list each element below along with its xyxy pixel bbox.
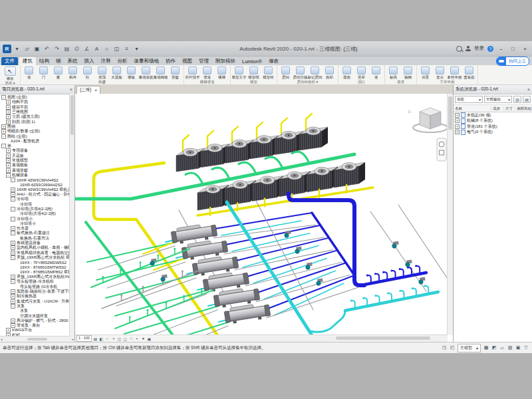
ribbon-button[interactable]: 墙: [22, 66, 36, 80]
ribbon-button[interactable]: 楼梯: [215, 66, 229, 80]
expand-icon[interactable]: +: [11, 289, 15, 294]
ribbon-button[interactable]: 房间分隔: [293, 66, 307, 80]
section-icon[interactable]: ◫: [112, 45, 121, 53]
expand-icon[interactable]: +: [6, 100, 11, 104]
expand-icon[interactable]: +: [6, 110, 11, 114]
customize-qat-icon[interactable]: ▾: [132, 45, 141, 53]
ribbon-button[interactable]: ↖修改: [1, 66, 19, 81]
ribbon-button[interactable]: 竖井: [354, 66, 368, 80]
collapse-icon[interactable]: −: [11, 207, 15, 211]
ribbon-button[interactable]: 门: [37, 66, 51, 80]
tree-item[interactable]: −水泵: [0, 304, 74, 309]
measure-icon[interactable]: ∅: [72, 45, 81, 53]
ribbon-button[interactable]: 标记房间: [308, 66, 322, 80]
sun-path-icon[interactable]: ☼: [104, 336, 110, 341]
collapse-icon[interactable]: −: [11, 197, 15, 201]
detail-level-icon[interactable]: ▤: [92, 336, 98, 341]
tree-item[interactable]: 冷却塔小: [0, 221, 74, 226]
tree-item[interactable]: +管道泵 - 单台: [0, 323, 74, 328]
system-browser-row[interactable]: +管道(181 个系统): [454, 124, 532, 130]
system-browser-close-icon[interactable]: ×: [527, 87, 530, 92]
expand-icon[interactable]: +: [455, 124, 460, 129]
expand-icon[interactable]: +: [6, 148, 11, 153]
expand-icon[interactable]: +: [6, 163, 11, 168]
collapse-icon[interactable]: −: [11, 255, 15, 260]
tree-item[interactable]: +天花板: [0, 154, 74, 158]
show-crop-icon[interactable]: ◻: [122, 336, 128, 341]
collapse-icon[interactable]: −: [6, 173, 11, 178]
ribbon-button[interactable]: 楼板: [124, 66, 138, 80]
ribbon-tab-12[interactable]: 附加模块: [212, 57, 239, 65]
expand-icon[interactable]: +: [11, 245, 15, 250]
canvas-vscrollbar[interactable]: [447, 94, 453, 335]
project-browser-vscrollbar[interactable]: [69, 94, 74, 336]
ribbon-button[interactable]: 构件: [66, 66, 80, 80]
ribbon-button[interactable]: 标高: [386, 66, 400, 80]
expand-icon[interactable]: +: [6, 105, 11, 110]
column-header-1[interactable]: 成员: [491, 106, 504, 111]
expand-icon[interactable]: +: [11, 241, 15, 245]
ribbon-tab-8[interactable]: 体量和场地: [131, 57, 163, 65]
navigation-bar[interactable]: [437, 138, 446, 161]
default-3d-view-icon[interactable]: ⌂: [102, 45, 111, 53]
collapse-icon[interactable]: −: [1, 134, 6, 139]
tree-item[interactable]: +集成式污水泵 - U10CM - 升串 - 传输量 - 100-175-CN: [0, 299, 74, 303]
tree-item[interactable]: 冷却塔(共塔4(2-2跨): [0, 211, 74, 216]
expand-icon[interactable]: +: [11, 294, 15, 299]
expand-icon[interactable]: +: [11, 319, 15, 323]
tree-item[interactable]: −族: [0, 144, 74, 148]
ribbon-button[interactable]: 竖梃: [168, 66, 182, 80]
ribbon-button[interactable]: 按面: [340, 66, 354, 80]
reveal-hidden-icon[interactable]: ●: [140, 336, 146, 341]
collapse-icon[interactable]: −: [11, 217, 15, 221]
system-browser-row[interactable]: +机械(8 个系统): [454, 118, 532, 124]
ribbon-tab-1[interactable]: 建筑: [19, 57, 36, 65]
3d-model-view[interactable]: ⌂: [75, 94, 448, 335]
tree-item[interactable]: +结构平面: [0, 100, 74, 104]
tree-item[interactable]: +专用设备: [0, 148, 74, 153]
tree-item[interactable]: −冷却塔小: [0, 216, 74, 221]
ribbon-button[interactable]: 房间: [279, 66, 293, 80]
select-links-icon[interactable]: ◩: [491, 344, 497, 351]
lock-view-icon[interactable]: ○: [128, 336, 134, 341]
search-icon[interactable]: [456, 46, 462, 52]
collapse-icon[interactable]: −: [11, 304, 15, 309]
ribbon-button[interactable]: 参照平面: [448, 66, 462, 80]
ribbon-tab-9[interactable]: 协作: [162, 57, 179, 65]
select-pinned-icon[interactable]: ▱: [499, 344, 505, 351]
visual-style-icon[interactable]: ◧: [98, 336, 104, 341]
signin-label[interactable]: 登录: [474, 45, 484, 52]
ribbon-tab-2[interactable]: 结构: [36, 57, 53, 65]
ribbon-button[interactable]: 柱: [80, 66, 94, 80]
app-menu-arrow-icon[interactable]: ▾: [13, 45, 21, 53]
restore-button[interactable]: □: [509, 45, 517, 53]
view-tab-close-icon[interactable]: ×: [94, 88, 97, 92]
tree-item[interactable]: 19XX - 7FY8552MDW5S2: [0, 260, 74, 265]
ribbon-button[interactable]: 模型文字: [232, 66, 246, 80]
ribbon-tab-14[interactable]: 修改: [265, 57, 282, 65]
ribbon-button[interactable]: 模型线: [247, 66, 261, 80]
tree-item[interactable]: +幕墙竖梃: [0, 168, 74, 172]
expand-icon[interactable]: +: [6, 154, 11, 158]
worksharing-icon[interactable]: ◳: [441, 344, 448, 351]
expand-icon[interactable]: +: [11, 188, 15, 192]
expand-icon[interactable]: +: [11, 192, 15, 197]
analytical-model-icon[interactable]: ▣: [146, 336, 152, 341]
select-by-face-icon[interactable]: ▨: [507, 344, 513, 351]
ribbon-button[interactable]: 窗: [51, 66, 65, 80]
text-icon[interactable]: A: [92, 45, 101, 53]
tree-item[interactable]: +KWGS平台: [0, 328, 74, 332]
autofit-columns-icon[interactable]: ▥: [513, 96, 521, 103]
collapse-icon[interactable]: −: [11, 178, 15, 182]
system-view-select[interactable]: 系统▾: [455, 96, 483, 103]
collapse-icon[interactable]: −: [1, 95, 6, 100]
aligned-dimension-icon[interactable]: ∠: [82, 45, 91, 53]
ribbon-button[interactable]: 天花板: [110, 66, 124, 80]
ribbon-button[interactable]: 面积: [323, 66, 336, 80]
ribbon-tab-4[interactable]: 系统: [65, 57, 81, 65]
expand-icon[interactable]: +: [6, 168, 11, 173]
collapse-icon[interactable]: −: [11, 231, 15, 235]
ribbon-button[interactable]: 幕墙网格: [154, 66, 168, 80]
filter-icon[interactable]: ▽: [523, 344, 529, 351]
collapse-icon[interactable]: −: [1, 144, 6, 148]
